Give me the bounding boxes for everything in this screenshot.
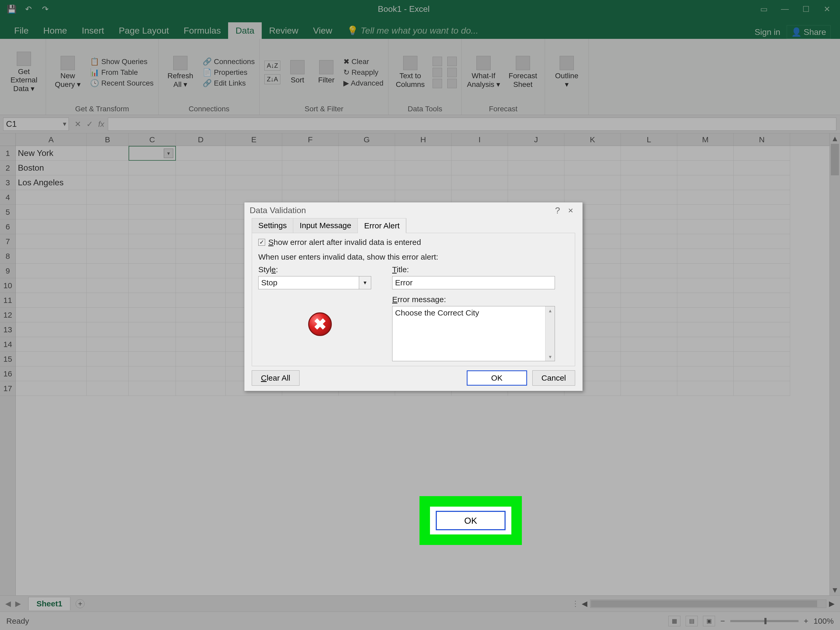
cell-L9[interactable]	[621, 264, 677, 278]
hscroll-thumb[interactable]	[591, 600, 817, 607]
row-header-13[interactable]: 13	[0, 322, 16, 337]
cell-C6[interactable]	[129, 219, 176, 234]
cell-M12[interactable]	[677, 308, 734, 322]
cell-A14[interactable]	[16, 337, 87, 352]
cell-C1[interactable]: ▾	[129, 146, 176, 161]
row-header-9[interactable]: 9	[0, 264, 16, 278]
cell-B5[interactable]	[87, 205, 129, 219]
row-header-4[interactable]: 4	[0, 190, 16, 205]
view-normal-icon[interactable]: ▦	[668, 616, 681, 626]
cell-M2[interactable]	[677, 161, 734, 175]
column-header-A[interactable]: A	[16, 133, 87, 146]
cell-B6[interactable]	[87, 219, 129, 234]
cell-B9[interactable]	[87, 264, 129, 278]
cell-C4[interactable]	[129, 190, 176, 205]
cell-I2[interactable]	[452, 161, 508, 175]
cell-N9[interactable]	[734, 264, 790, 278]
cell-L16[interactable]	[621, 366, 677, 381]
cell-C11[interactable]	[129, 293, 176, 308]
dialog-tab-input-message[interactable]: Input Message	[293, 218, 358, 233]
dialog-help-icon[interactable]: ?	[551, 205, 564, 216]
filter-button[interactable]: Filter	[314, 60, 338, 84]
cell-A1[interactable]: New York	[16, 146, 87, 161]
row-header-2[interactable]: 2	[0, 161, 16, 175]
cell-A11[interactable]	[16, 293, 87, 308]
cell-M14[interactable]	[677, 337, 734, 352]
row-header-1[interactable]: 1	[0, 146, 16, 161]
sheet-nav-prev-icon[interactable]: ◀	[5, 599, 11, 608]
cell-B10[interactable]	[87, 278, 129, 293]
column-header-L[interactable]: L	[621, 133, 677, 146]
cell-I3[interactable]	[452, 175, 508, 190]
cancel-formula-icon[interactable]: ✕	[74, 120, 81, 129]
tab-formulas[interactable]: Formulas	[176, 22, 228, 39]
cell-D2[interactable]	[176, 161, 226, 175]
show-error-alert-checkbox[interactable]: ✓ Show error alert after invalid data is…	[258, 238, 568, 247]
save-icon[interactable]: 💾	[6, 4, 17, 14]
style-select[interactable]: Stop ▾	[258, 276, 371, 289]
cell-L2[interactable]	[621, 161, 677, 175]
edit-links-button[interactable]: 🔗 Edit Links	[203, 79, 255, 87]
cell-M15[interactable]	[677, 352, 734, 366]
tab-review[interactable]: Review	[262, 22, 306, 39]
maximize-icon[interactable]: ☐	[801, 4, 811, 14]
cell-C9[interactable]	[129, 264, 176, 278]
scroll-up-icon[interactable]: ▲	[830, 133, 840, 144]
cell-L15[interactable]	[621, 352, 677, 366]
cell-I1[interactable]	[452, 146, 508, 161]
column-header-I[interactable]: I	[452, 133, 508, 146]
row-header-8[interactable]: 8	[0, 249, 16, 264]
undo-icon[interactable]: ↶	[23, 4, 33, 14]
cell-C15[interactable]	[129, 352, 176, 366]
cell-F3[interactable]	[282, 175, 339, 190]
cell-D15[interactable]	[176, 352, 226, 366]
tab-data[interactable]: Data	[228, 22, 262, 39]
add-sheet-button[interactable]: +	[76, 599, 85, 608]
cell-A5[interactable]	[16, 205, 87, 219]
chevron-down-icon[interactable]: ▼	[62, 121, 68, 128]
cell-B13[interactable]	[87, 322, 129, 337]
cell-D16[interactable]	[176, 366, 226, 381]
cell-L11[interactable]	[621, 293, 677, 308]
cell-L10[interactable]	[621, 278, 677, 293]
cell-N1[interactable]	[734, 146, 790, 161]
cell-A16[interactable]	[16, 366, 87, 381]
sort-az-icon[interactable]: A↓Z	[264, 61, 280, 71]
cell-M13[interactable]	[677, 322, 734, 337]
cell-M6[interactable]	[677, 219, 734, 234]
cell-A8[interactable]	[16, 249, 87, 264]
cell-L13[interactable]	[621, 322, 677, 337]
cell-K1[interactable]	[564, 146, 621, 161]
row-header-17[interactable]: 17	[0, 381, 16, 396]
cell-A17[interactable]	[16, 381, 87, 396]
cell-A6[interactable]	[16, 219, 87, 234]
cell-D17[interactable]	[176, 381, 226, 396]
cell-E3[interactable]	[226, 175, 282, 190]
chevron-down-icon[interactable]: ▾	[359, 276, 371, 289]
view-page-layout-icon[interactable]: ▤	[686, 616, 698, 626]
sort-button[interactable]: Sort	[286, 60, 309, 84]
sheet-nav-next-icon[interactable]: ▶	[15, 599, 21, 608]
cell-C8[interactable]	[129, 249, 176, 264]
cell-M8[interactable]	[677, 249, 734, 264]
row-header-12[interactable]: 12	[0, 308, 16, 322]
cell-N7[interactable]	[734, 234, 790, 249]
dialog-close-icon[interactable]: ×	[564, 205, 577, 216]
consolidate-icon[interactable]	[447, 57, 457, 66]
cell-C12[interactable]	[129, 308, 176, 322]
cell-N12[interactable]	[734, 308, 790, 322]
cell-H2[interactable]	[395, 161, 452, 175]
column-header-G[interactable]: G	[339, 133, 395, 146]
sheet-tab-sheet1[interactable]: Sheet1	[28, 597, 70, 610]
column-header-H[interactable]: H	[395, 133, 452, 146]
cell-C17[interactable]	[129, 381, 176, 396]
cell-B11[interactable]	[87, 293, 129, 308]
cell-N16[interactable]	[734, 366, 790, 381]
cell-A2[interactable]: Boston	[16, 161, 87, 175]
cell-N3[interactable]	[734, 175, 790, 190]
cell-F2[interactable]	[282, 161, 339, 175]
horizontal-scrollbar[interactable]	[590, 600, 826, 608]
minimize-icon[interactable]: —	[780, 4, 790, 14]
cell-C3[interactable]	[129, 175, 176, 190]
vertical-scrollbar[interactable]: ▲ ▼	[829, 133, 840, 595]
